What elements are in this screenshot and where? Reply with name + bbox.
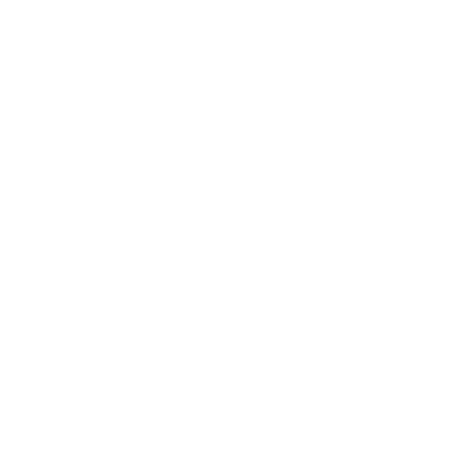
chart-plot-area [0,0,476,476]
bottleneck-chart [0,0,476,476]
